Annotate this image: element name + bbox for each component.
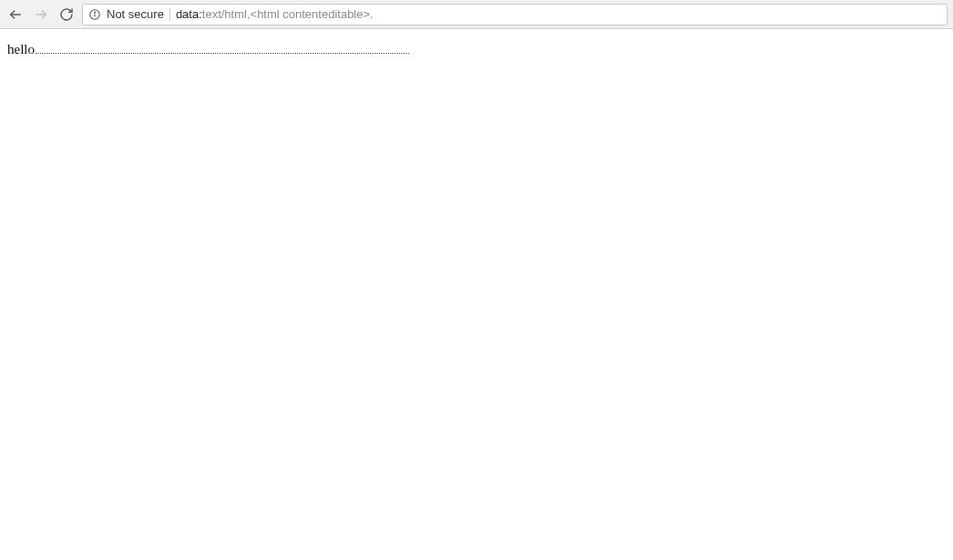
typed-text[interactable]: hello xyxy=(7,42,35,57)
content-line[interactable]: hello xyxy=(7,40,946,57)
security-status: Not secure xyxy=(107,7,164,21)
url-rest: text/html,<html contenteditable>. xyxy=(202,7,374,21)
page-content[interactable]: hello xyxy=(0,29,953,68)
svg-point-4 xyxy=(95,12,96,13)
divider xyxy=(169,8,170,21)
reload-icon xyxy=(59,7,74,22)
arrow-right-icon xyxy=(34,7,48,22)
browser-toolbar: Not secure data:text/html,<html contente… xyxy=(0,0,953,29)
url-scheme: data: xyxy=(176,7,202,21)
dotted-underline xyxy=(36,40,409,54)
reload-button[interactable] xyxy=(56,5,77,25)
forward-button xyxy=(31,5,51,25)
back-button[interactable] xyxy=(5,5,26,25)
info-icon[interactable] xyxy=(88,8,101,21)
arrow-left-icon xyxy=(8,7,23,22)
url-display: data:text/html,<html contenteditable>. xyxy=(176,7,374,21)
address-bar[interactable]: Not secure data:text/html,<html contente… xyxy=(82,4,948,25)
